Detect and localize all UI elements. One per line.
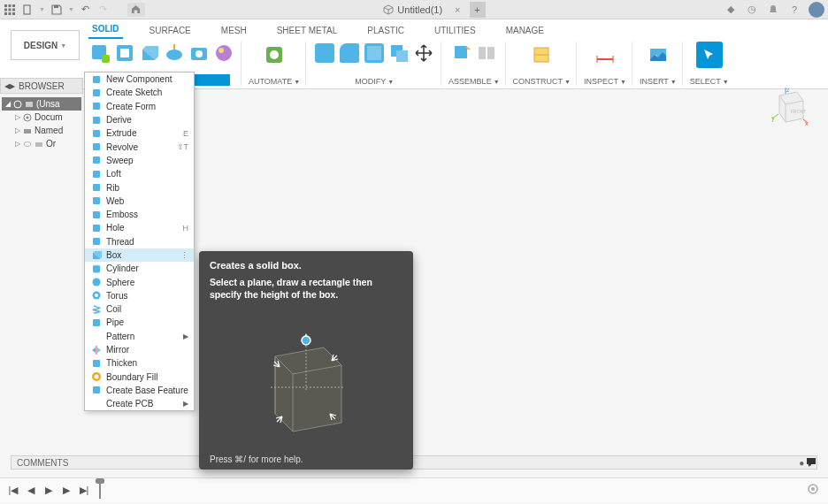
close-tab-icon[interactable]: × (455, 4, 460, 15)
user-avatar[interactable] (809, 2, 824, 18)
insert-dropdown[interactable]: INSERT▼ (640, 77, 677, 86)
ribbon-tab-sheet-metal[interactable]: SHEET METAL (273, 23, 341, 39)
ribbon-tab-surface[interactable]: SURFACE (146, 23, 195, 39)
menu-item-pipe[interactable]: Pipe (85, 316, 194, 329)
menu-item-boundary-fill[interactable]: Boundary Fill (85, 370, 194, 384)
comments-bar[interactable]: COMMENTS ● ◂ (11, 455, 817, 470)
ribbon-tab-solid[interactable]: SOLID (88, 21, 123, 39)
design-workspace-button[interactable]: DESIGN▼ (11, 30, 80, 60)
timeline-play[interactable]: ▶ (42, 485, 55, 497)
menu-item-box[interactable]: Box⋮ (85, 248, 194, 262)
new-tab-button[interactable]: + (470, 2, 486, 18)
menu-item-coil[interactable]: Coil (85, 302, 194, 316)
select-dropdown[interactable]: SELECT▼ (690, 77, 729, 86)
menu-item-mirror[interactable]: Mirror (85, 343, 194, 356)
tool-construct[interactable] (528, 42, 555, 68)
menu-item-derive[interactable]: Derive (85, 113, 194, 126)
svg-rect-27 (487, 47, 494, 59)
save-icon[interactable] (50, 4, 63, 16)
menu-item-sphere[interactable]: Sphere (85, 275, 194, 288)
timeline-prev[interactable]: ◀ (25, 485, 37, 497)
timeline-end[interactable]: ▶| (78, 485, 90, 497)
svg-point-20 (218, 48, 224, 53)
menu-item-hole[interactable]: HoleH (85, 221, 194, 234)
tool-joint[interactable] (475, 42, 498, 65)
menu-item-pattern[interactable]: Pattern▶ (85, 330, 194, 343)
settings-gear-icon[interactable] (807, 483, 819, 497)
tool-shell[interactable] (363, 42, 386, 65)
menu-item-thread[interactable]: Thread (85, 235, 194, 248)
menu-item-create-sketch[interactable]: Create Sketch (85, 86, 194, 99)
home-icon[interactable] (127, 3, 145, 17)
bell-icon[interactable] (766, 3, 780, 17)
menu-item-rib[interactable]: Rib (85, 180, 194, 194)
ribbon-tab-utilities[interactable]: UTILITIES (431, 23, 479, 39)
ribbon-tab-plastic[interactable]: PLASTIC (364, 23, 408, 39)
construct-dropdown[interactable]: CONSTRUCT▼ (513, 77, 571, 86)
tool-new-design[interactable] (88, 42, 111, 65)
apps-icon[interactable] (4, 4, 16, 16)
tool-insert[interactable] (645, 42, 671, 68)
svg-rect-7 (9, 12, 12, 15)
menu-item-create-form[interactable]: Create Form (85, 100, 194, 113)
svg-rect-24 (396, 50, 408, 62)
svg-rect-46 (93, 130, 100, 137)
menu-item-emboss[interactable]: Emboss (85, 208, 194, 221)
tool-inspect[interactable] (592, 42, 618, 68)
tool-automate[interactable] (261, 42, 288, 68)
menu-item-loft[interactable]: Loft (85, 167, 194, 180)
box-icon (90, 249, 102, 261)
automate-dropdown[interactable]: AUTOMATE▼ (249, 77, 300, 86)
timeline-marker[interactable] (99, 483, 101, 499)
tool-revolve[interactable] (163, 42, 186, 65)
extensions-icon[interactable]: ◆ (724, 3, 738, 17)
timeline-next[interactable]: ▶ (60, 485, 73, 497)
new-component-icon (90, 73, 102, 85)
menu-item-extrude[interactable]: ExtrudeE (85, 126, 194, 140)
assemble-dropdown[interactable]: ASSEMBLE▼ (448, 77, 499, 86)
sphere-icon (90, 277, 102, 288)
feedback-icon[interactable] (805, 456, 817, 471)
browser-header[interactable]: ◀▶ BROWSER (0, 78, 83, 94)
menu-item-sweep[interactable]: Sweep (85, 154, 194, 167)
tool-fillet[interactable] (338, 42, 361, 65)
browser-item-origin[interactable]: ▷Or (2, 137, 81, 150)
new-file-icon[interactable] (21, 4, 34, 16)
redo-icon[interactable]: ↷ (97, 4, 110, 16)
svg-rect-42 (93, 76, 100, 83)
tool-press-pull[interactable] (313, 42, 336, 65)
svg-point-22 (270, 50, 279, 59)
modify-dropdown[interactable]: MODIFY▼ (355, 77, 394, 86)
tool-form[interactable] (212, 42, 235, 65)
undo-icon[interactable]: ↶ (80, 4, 92, 16)
menu-item-create-base-feature[interactable]: Create Base Feature (85, 384, 194, 397)
gear-icon (23, 113, 32, 122)
svg-point-40 (24, 141, 31, 146)
svg-point-58 (93, 270, 100, 272)
tool-sketch[interactable] (113, 42, 136, 65)
timeline-start[interactable]: |◀ (7, 485, 19, 497)
menu-item-torus[interactable]: Torus (85, 289, 194, 302)
inspect-dropdown[interactable]: INSPECT▼ (584, 77, 626, 86)
browser-item-named[interactable]: ▷Named (2, 124, 81, 137)
ribbon-tab-manage[interactable]: MANAGE (502, 23, 548, 39)
menu-item-thicken[interactable]: Thicken (85, 356, 194, 370)
tool-hole[interactable] (188, 42, 211, 65)
tool-extrude[interactable] (138, 42, 161, 65)
menu-item-create-pcb[interactable]: Create PCB▶ (85, 397, 194, 410)
tool-move[interactable] (412, 42, 435, 65)
ribbon-tab-mesh[interactable]: MESH (218, 23, 250, 39)
tool-select[interactable] (696, 42, 723, 68)
svg-rect-2 (12, 4, 15, 7)
viewcube[interactable]: FRONT z y x (766, 85, 810, 129)
help-icon[interactable]: ? (787, 3, 801, 17)
menu-item-web[interactable]: Web (85, 195, 194, 208)
menu-item-new-component[interactable]: New Component (85, 73, 194, 86)
browser-root[interactable]: ◢ (Unsa (2, 97, 81, 111)
tool-assemble-new[interactable] (450, 42, 473, 65)
menu-item-cylinder[interactable]: Cylinder (85, 262, 194, 275)
notifications-clock-icon[interactable]: ◷ (745, 3, 759, 17)
browser-item-document[interactable]: ▷Docum (2, 111, 81, 124)
tool-combine[interactable] (387, 42, 410, 65)
menu-item-revolve[interactable]: Revolve⇧T (85, 140, 194, 153)
